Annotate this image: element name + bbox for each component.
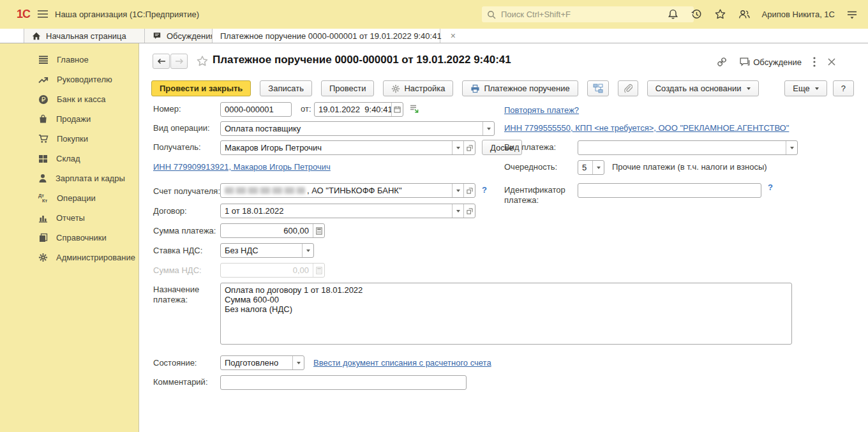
more-dots-icon[interactable] bbox=[813, 57, 816, 67]
account-help-icon[interactable]: ? bbox=[482, 185, 487, 195]
redacted-account-number bbox=[225, 187, 305, 194]
tab-document-label: Платежное поручение 0000-000001 от 19.01… bbox=[220, 31, 442, 41]
payment-id-input[interactable] bbox=[578, 183, 761, 198]
user-name[interactable]: Арипов Никита, 1С bbox=[762, 10, 835, 19]
related-documents-icon bbox=[593, 84, 603, 93]
section-sidebar: Главное Руководителю Банк и касса Продаж… bbox=[0, 43, 139, 432]
home-icon bbox=[32, 32, 41, 40]
open-item-icon[interactable] bbox=[463, 141, 475, 154]
collaboration-users-icon[interactable] bbox=[738, 8, 751, 20]
contract-field[interactable]: 1 от 18.01.2022 bbox=[220, 204, 475, 218]
payment-kind-select[interactable] bbox=[578, 140, 798, 155]
fill-by-template-icon[interactable] bbox=[409, 104, 419, 114]
date-field[interactable]: 19.01.2022 9:40:41 bbox=[314, 102, 403, 117]
sidebar-item-rukovoditelyu[interactable]: Руководителю bbox=[0, 70, 138, 89]
tab-discussions[interactable]: Обсуждения bbox=[144, 29, 212, 43]
app-title: Наша организация (1С:Предприятие) bbox=[55, 10, 199, 19]
open-item-icon[interactable] bbox=[463, 204, 475, 218]
discussion-button[interactable]: Обсуждение bbox=[739, 57, 802, 67]
dropdown-arrow-icon[interactable] bbox=[452, 184, 463, 197]
payment-id-help-icon[interactable]: ? bbox=[768, 182, 773, 192]
sidebar-item-bank-i-kassa[interactable]: Банк и касса bbox=[0, 89, 138, 109]
dropdown-arrow-icon[interactable] bbox=[483, 122, 494, 135]
post-and-close-button[interactable]: Провести и закрыть bbox=[151, 80, 251, 96]
service-menu-icon[interactable] bbox=[846, 10, 858, 19]
print-payment-order-button[interactable]: Платежное поручение bbox=[462, 80, 578, 96]
repeat-payment-link[interactable]: Повторять платеж? bbox=[504, 105, 579, 115]
operation-kind-select[interactable]: Оплата поставщику bbox=[220, 121, 495, 136]
payee-field[interactable]: Макаров Игорь Петрочич bbox=[220, 140, 475, 155]
sidebar-item-pokupki[interactable]: Покупки bbox=[0, 129, 138, 149]
calculator-icon[interactable] bbox=[313, 224, 324, 237]
payee-inn-link[interactable]: ИНН 779909913921, Макаров Игорь Петрочич bbox=[153, 162, 331, 172]
favorite-star-icon[interactable] bbox=[196, 55, 209, 68]
global-search[interactable] bbox=[482, 6, 694, 22]
number-input[interactable] bbox=[220, 102, 292, 117]
tab-home[interactable]: Начальная страница bbox=[24, 29, 144, 43]
open-item-icon[interactable] bbox=[463, 184, 475, 197]
get-link-icon[interactable] bbox=[716, 56, 728, 68]
dropdown-arrow-icon[interactable] bbox=[592, 161, 604, 174]
sidebar-item-otchety[interactable]: Отчеты bbox=[0, 208, 138, 228]
more-actions-button[interactable]: Еще bbox=[784, 80, 827, 96]
payee-account-field[interactable]: , АО "ТИНЬКОФФ БАНК" bbox=[220, 183, 475, 198]
payer-organization-link[interactable]: ИНН 7799555550, КПП <не требуется>, ООО … bbox=[504, 123, 789, 133]
tab-document[interactable]: Платежное поручение 0000-000001 от 19.01… bbox=[212, 29, 440, 43]
comment-label: Комментарий: bbox=[153, 377, 208, 387]
comment-input[interactable] bbox=[220, 375, 467, 390]
close-form-icon[interactable] bbox=[827, 57, 836, 66]
forward-button-disabled[interactable] bbox=[170, 54, 188, 69]
settings-gear-icon bbox=[391, 84, 400, 93]
create-based-on-button[interactable]: Создать на основании bbox=[647, 80, 759, 96]
vat-amount-label: Сумма НДС: bbox=[153, 265, 202, 276]
search-input[interactable] bbox=[500, 9, 689, 20]
menu-lines-icon bbox=[38, 56, 49, 64]
purpose-textarea[interactable]: Оплата по договору 1 от 18.01.2022 Сумма… bbox=[220, 283, 792, 345]
sidebar-item-administrirovanie[interactable]: Администрирование bbox=[0, 248, 138, 267]
settings-button[interactable]: Настройка bbox=[383, 80, 453, 96]
back-button[interactable] bbox=[153, 54, 170, 69]
sidebar-item-zarplata-i-kadry[interactable]: Зарплата и кадры bbox=[0, 168, 138, 188]
favorites-star-icon[interactable] bbox=[714, 8, 726, 20]
history-icon[interactable] bbox=[691, 8, 703, 20]
dropdown-arrow-icon[interactable] bbox=[452, 204, 463, 218]
top-bar: 1С Наша организация (1С:Предприятие) Ари… bbox=[0, 0, 868, 29]
operation-kind-label: Вид операции: bbox=[153, 123, 210, 133]
payee-account-label: Счет получателя: bbox=[153, 186, 220, 197]
payee-label: Получатель: bbox=[153, 142, 201, 153]
amount-label: Сумма платежа: bbox=[153, 226, 216, 236]
payment-id-label: Идентификатор платежа: bbox=[504, 185, 569, 205]
post-button[interactable]: Провести bbox=[321, 80, 375, 96]
calendar-picker-button[interactable] bbox=[391, 103, 403, 116]
sidebar-item-sklad[interactable]: Склад bbox=[0, 149, 138, 168]
main-menu-icon[interactable] bbox=[37, 10, 49, 19]
tab-close-icon[interactable]: × bbox=[451, 31, 456, 40]
notifications-bell-icon[interactable] bbox=[667, 8, 679, 20]
dropdown-arrow-icon[interactable] bbox=[302, 244, 313, 257]
save-button[interactable]: Записать bbox=[260, 80, 312, 96]
boxes-grid-icon bbox=[38, 154, 48, 163]
dropdown-arrow-icon[interactable] bbox=[452, 141, 463, 154]
state-select[interactable]: Подготовлено bbox=[220, 355, 304, 370]
attachments-button[interactable] bbox=[618, 80, 638, 96]
enter-writeoff-document-link[interactable]: Ввести документ списания с расчетного сч… bbox=[313, 358, 491, 368]
vat-rate-select[interactable]: Без НДС bbox=[220, 243, 314, 258]
vat-rate-label: Ставка НДС: bbox=[153, 246, 202, 256]
payment-kind-label: Вид платежа: bbox=[504, 142, 556, 153]
sidebar-item-operacii[interactable]: ДтКт Операции bbox=[0, 188, 138, 208]
related-documents-button[interactable] bbox=[587, 80, 609, 96]
help-button[interactable]: ? bbox=[833, 80, 854, 96]
gear-icon bbox=[38, 253, 48, 262]
amount-field[interactable]: 600,00 bbox=[220, 223, 325, 238]
priority-select[interactable]: 5 bbox=[578, 160, 604, 175]
sidebar-item-spravochniki[interactable]: Справочники bbox=[0, 228, 138, 248]
dropdown-arrow-icon[interactable] bbox=[786, 141, 797, 154]
sidebar-item-prodazhi[interactable]: Продажи bbox=[0, 109, 138, 129]
contract-label: Договор: bbox=[153, 206, 187, 216]
number-label: Номер: bbox=[153, 104, 181, 114]
page-title: Платежное поручение 0000-000001 от 19.01… bbox=[213, 54, 511, 66]
sidebar-item-glavnoe[interactable]: Главное bbox=[0, 50, 138, 70]
dropdown-arrow-icon[interactable] bbox=[292, 356, 304, 369]
discussion-chat-icon bbox=[739, 57, 751, 67]
debit-credit-icon: ДтКт bbox=[38, 193, 49, 204]
